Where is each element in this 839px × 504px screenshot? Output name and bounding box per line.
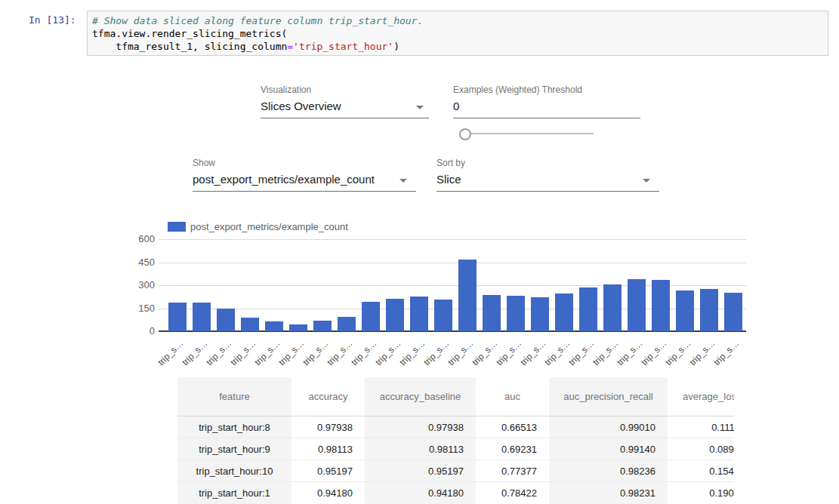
x-axis-tick-label: trip_s… [228,338,258,367]
table-cell: 0.99010 [549,416,668,438]
x-axis-tick-label: trip_s… [591,338,620,367]
notebook-page: In [13]: # Show data sliced along featur… [0,0,839,504]
table-cell: 0.69231 [476,438,549,459]
bar[interactable] [217,309,235,332]
chevron-down-icon[interactable] [643,179,650,183]
y-axis-tick-label: 300 [137,279,155,290]
bar[interactable] [700,289,718,331]
x-axis-tick-label: trip_s… [663,338,692,367]
x-axis-tick-label: trip_s… [470,338,499,367]
table-cell: 0.1901 [668,482,734,504]
x-axis-tick-label: trip_s… [252,338,282,367]
legend-swatch [168,222,186,232]
x-axis-tick-label: trip_s… [156,338,185,367]
bar[interactable] [458,260,477,331]
x-axis-tick-label: trip_s… [687,338,717,367]
bar[interactable] [362,302,380,331]
bar[interactable] [507,296,525,331]
code-comment: # Show data sliced along feature column … [92,15,423,26]
sort-by-label: Sort by [436,158,659,169]
code-line3-pre: tfma_result_1, slicing_column [92,41,287,52]
y-axis-tick-label: 600 [137,233,155,244]
code-editor[interactable]: # Show data sliced along feature column … [87,11,828,56]
bar[interactable] [289,324,307,331]
x-axis-tick-label: trip_s… [615,338,644,367]
sort-by-dropdown[interactable]: Sort by Slice [436,158,659,192]
bar[interactable] [628,279,646,331]
x-axis-tick-label: trip_s… [276,338,306,367]
bar[interactable] [241,318,259,331]
sort-by-value: Slice [436,169,659,192]
slider-handle-icon[interactable] [459,128,471,140]
bar[interactable] [555,293,573,331]
column-header: average_los [668,377,734,416]
x-axis-tick-label: trip_s… [446,338,475,367]
show-label: Show [193,158,416,169]
table-cell: 0.99140 [549,438,668,459]
code-text: # Show data sliced along feature column … [92,14,823,53]
chevron-down-icon[interactable] [416,106,424,109]
visualization-label: Visualization [261,85,429,96]
table-cell: 0.98113 [291,438,365,459]
code-line2: tfma.view.render_slicing_metrics( [92,28,287,39]
x-axis-tick-label: trip_s… [373,338,403,367]
bar[interactable] [193,303,211,331]
x-axis-tick-label: trip_s… [204,338,233,367]
x-axis-tick-label: trip_s… [397,338,427,367]
gridline [159,263,746,263]
bar[interactable] [410,297,428,331]
x-axis-tick-label: trip_s… [180,338,209,367]
bar[interactable] [676,290,694,331]
column-header: auc_precision_recall [549,377,668,416]
table-cell: 0.95197 [291,460,365,481]
threshold-field[interactable]: Examples (Weighted) Threshold 0 [453,85,640,118]
x-axis-tick-label: trip_s… [711,338,741,367]
bar[interactable] [338,317,356,331]
code-line3-post: ) [393,41,399,52]
x-axis-tick-label: trip_s… [542,338,572,367]
code-operator: = [287,41,293,52]
column-header: auc [476,377,549,416]
threshold-slider[interactable] [459,127,594,140]
x-axis-tick-label: trip_s… [301,338,330,367]
bar[interactable] [313,321,332,331]
table-cell: 0.1541 [668,460,734,481]
table-row: trip_start_hour:10.941800.941800.784220.… [177,482,734,504]
table-row: trip_start_hour:80.979380.979380.665130.… [177,416,734,438]
x-axis-tick-label: trip_s… [518,338,548,367]
bar[interactable] [724,293,742,331]
table-cell: 0.98236 [549,460,668,481]
y-axis-tick-label: 0 [137,325,155,337]
threshold-input[interactable]: 0 [453,96,640,118]
column-header: accuracy_baseline [365,377,476,416]
table-cell: 0.98113 [365,438,476,459]
table-cell: trip_start_hour:10 [177,460,291,481]
table-cell: trip_start_hour:9 [177,438,291,459]
table-cell: 0.0892 [668,438,734,459]
table-cell: 0.95197 [365,460,476,481]
bar[interactable] [265,321,283,331]
y-axis-tick-label: 450 [137,257,155,268]
bar[interactable] [434,300,452,331]
metrics-table: featureaccuracyaccuracy_baselineaucauc_p… [177,377,734,504]
chevron-down-icon[interactable] [399,179,407,183]
x-axis-tick-label: trip_s… [566,338,596,367]
show-value: post_export_metrics/example_count [193,169,416,192]
table-row: trip_start_hour:90.981130.981130.692310.… [177,438,734,460]
bar[interactable] [579,287,597,331]
gridline [159,239,746,240]
table-row: trip_start_hour:100.951970.951970.773770… [177,460,734,482]
bar[interactable] [386,299,404,331]
bar[interactable] [168,303,187,331]
visualization-dropdown[interactable]: Visualization Slices Overview [261,85,429,118]
column-header: accuracy [291,377,365,416]
bar[interactable] [652,280,670,331]
show-metric-dropdown[interactable]: Show post_export_metrics/example_count [193,158,416,192]
bar[interactable] [483,295,501,331]
bar[interactable] [603,284,622,331]
bar[interactable] [531,297,549,331]
table-cell: 0.77377 [476,460,549,481]
x-axis-tick-label: trip_s… [325,338,354,367]
table-cell: trip_start_hour:1 [177,482,291,504]
x-axis-tick-label: trip_s… [494,338,523,367]
